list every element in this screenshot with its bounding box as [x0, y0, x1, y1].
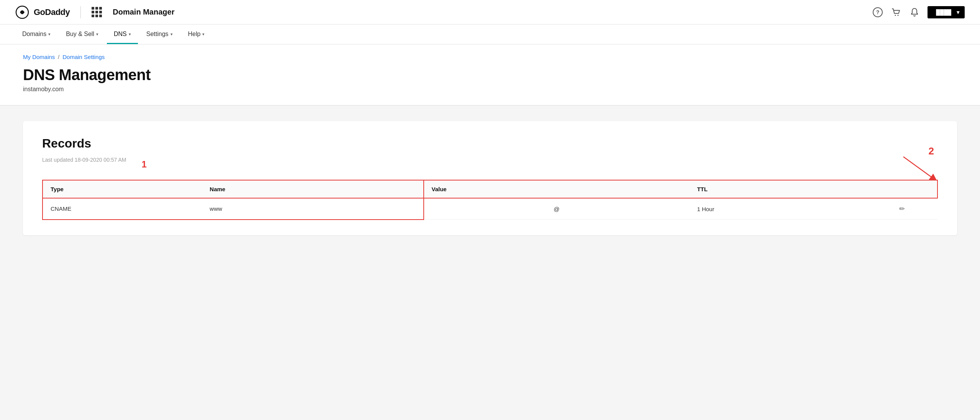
record-value: @ — [424, 198, 690, 220]
annotation-2: 2 — [929, 145, 934, 157]
nav-item-domains[interactable]: Domains ▾ — [15, 25, 57, 44]
col-header-ttl: TTL — [689, 180, 867, 198]
chevron-down-icon: ▾ — [96, 32, 98, 37]
record-name: www — [202, 198, 423, 220]
bell-icon[interactable] — [909, 7, 920, 18]
records-title: Records — [42, 136, 938, 151]
table-wrapper: 2 Type Name Value TTL — [42, 180, 938, 220]
user-menu[interactable]: ████ ▾ — [928, 6, 965, 18]
record-actions: ✏ — [867, 198, 937, 220]
user-chevron: ▾ — [957, 9, 959, 15]
table-header-row: Type Name Value TTL — [43, 180, 937, 198]
user-label: ████ — [933, 8, 954, 16]
header: GoDaddy Domain Manager ? — [0, 0, 980, 25]
last-updated: Last updated 18-09-2020 00:57 AM — [42, 157, 126, 163]
breadcrumb-my-domains[interactable]: My Domains — [23, 54, 55, 60]
nav-item-buy-sell[interactable]: Buy & Sell ▾ — [59, 25, 105, 44]
record-ttl: 1 Hour — [689, 198, 867, 220]
godaddy-logo-icon — [15, 5, 29, 19]
chevron-down-icon: ▾ — [170, 32, 173, 37]
app-title: Domain Manager — [113, 8, 174, 16]
domain-subtitle: instamoby.com — [23, 86, 957, 93]
breadcrumb: My Domains / Domain Settings — [23, 54, 957, 60]
record-type: CNAME — [43, 198, 202, 220]
main-content: Records Last updated 18-09-2020 00:57 AM… — [0, 106, 980, 297]
col-header-value: Value — [424, 180, 690, 198]
cart-icon[interactable] — [891, 7, 901, 18]
page-title: DNS Management — [23, 66, 957, 84]
svg-point-4 — [898, 15, 899, 16]
nav-item-settings[interactable]: Settings ▾ — [139, 25, 180, 44]
nav-item-help[interactable]: Help ▾ — [181, 25, 212, 44]
edit-icon[interactable]: ✏ — [899, 205, 905, 213]
content-header: My Domains / Domain Settings DNS Managem… — [0, 44, 980, 106]
chevron-down-icon: ▾ — [202, 32, 205, 37]
help-icon[interactable]: ? — [872, 7, 883, 18]
annotation-1: 1 — [142, 159, 147, 170]
godaddy-logo-text: GoDaddy — [34, 7, 70, 17]
dns-table: Type Name Value TTL CNAME www @ 1 Hour — [42, 180, 938, 220]
col-header-name: Name — [202, 180, 423, 198]
header-divider — [80, 6, 81, 18]
nav-item-dns[interactable]: DNS ▾ — [107, 25, 138, 44]
records-card: Records Last updated 18-09-2020 00:57 AM… — [23, 121, 957, 235]
col-header-actions — [867, 180, 937, 198]
svg-point-3 — [895, 15, 896, 16]
col-header-type: Type — [43, 180, 202, 198]
chevron-down-icon: ▾ — [129, 32, 131, 37]
header-right: ? ████ ▾ — [872, 6, 965, 18]
header-left: GoDaddy Domain Manager — [15, 5, 174, 19]
breadcrumb-domain-settings[interactable]: Domain Settings — [62, 54, 105, 60]
grid-icon — [92, 7, 102, 17]
chevron-down-icon: ▾ — [48, 32, 51, 37]
table-row: CNAME www @ 1 Hour ✏ — [43, 198, 937, 220]
breadcrumb-separator: / — [58, 54, 59, 60]
logo-area: GoDaddy — [15, 5, 70, 19]
nav-bar: Domains ▾ Buy & Sell ▾ DNS ▾ Settings ▾ … — [0, 25, 980, 44]
svg-text:?: ? — [876, 9, 880, 15]
